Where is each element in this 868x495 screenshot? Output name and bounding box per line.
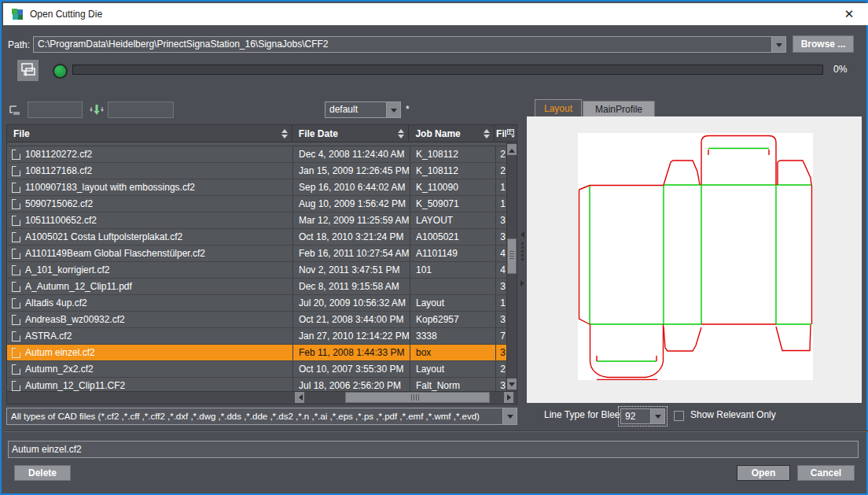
job-name: K_110090 [410, 179, 496, 195]
preset-value: default [326, 102, 386, 117]
open-cutting-die-dialog: Open Cutting Die ✕ Path: C:\ProgramData\… [0, 0, 868, 495]
path-dropdown-icon[interactable] [771, 37, 785, 52]
table-row[interactable]: A1005021 Costa Luftpolsterplakat.cf2 Oct… [7, 229, 508, 246]
scroll-right-icon[interactable] [504, 392, 513, 403]
vertical-scroll-thumb[interactable] [507, 238, 517, 274]
table-header: File File Date Job Name Fil [7, 125, 517, 142]
file-icon [12, 216, 20, 226]
job-name: Kop62957 [410, 312, 496, 327]
title-bar: Open Cutting Die ✕ [3, 3, 868, 25]
file-date: Jul 20, 2009 10:56:32 AM [293, 295, 410, 311]
status-led-icon [53, 64, 68, 79]
scroll-left-icon[interactable] [295, 392, 304, 403]
job-name: K_108112 [410, 163, 496, 179]
column-header-files[interactable]: Fil [495, 125, 506, 142]
panel-splitter[interactable] [518, 124, 527, 404]
bleed-dropdown-icon[interactable] [650, 409, 664, 423]
table-row[interactable]: 10511100652.cf2 Mar 12, 2009 11:25:59 AM… [7, 212, 508, 229]
job-name: 101 [410, 262, 496, 278]
table-row[interactable]: 1100907183_layout with embossings.cf2 Se… [7, 179, 508, 196]
file-icon [12, 381, 20, 391]
table-row[interactable]: 5090715062.cf2 Aug 10, 2009 1:56:42 PM K… [7, 196, 508, 212]
file-icon [12, 199, 20, 209]
file-date: Jul 18, 2006 2:56:20 PM [293, 378, 410, 391]
file-name: Autumn_12_Clip11.CF2 [25, 378, 125, 391]
file-icon [12, 183, 20, 193]
collapse-right-icon[interactable] [520, 280, 524, 286]
file-icon [12, 232, 20, 242]
file-date: Dec 8, 2011 9:15:58 AM [293, 279, 410, 294]
path-combobox[interactable]: C:\ProgramData\Heidelberg\PrinectSignaSt… [33, 36, 786, 53]
table-row[interactable]: A_Autumn_12_Clip11.pdf Dec 8, 2011 9:15:… [7, 279, 508, 295]
file-date: Oct 18, 2010 3:21:24 PM [293, 229, 410, 245]
table-row[interactable]: Autum einzel.cf2 Feb 11, 2008 1:44:33 PM… [7, 345, 508, 361]
job-name [410, 279, 496, 294]
tab-mainprofile[interactable]: MainProfile [583, 101, 655, 116]
file-date: Oct 21, 2008 3:44:00 PM [293, 312, 410, 327]
table-row[interactable]: AndreasB_wz00932.cf2 Oct 21, 2008 3:44:0… [7, 312, 508, 328]
divider [3, 430, 868, 432]
file-filter-input[interactable] [28, 102, 83, 118]
table-row[interactable]: ASTRA.cf2 Jan 27, 2010 12:14:22 PM 3338 … [7, 328, 508, 345]
bleed-bar: Line Type for Bleed: 92 Show Relevant On… [527, 403, 862, 430]
column-header-file[interactable]: File [7, 125, 292, 142]
path-value: C:\ProgramData\Heidelberg\PrinectSignaSt… [34, 37, 771, 52]
sort-filter-input[interactable] [108, 102, 174, 118]
table-row[interactable]: A1101149Beam Global Flaschenstülper.cf2 … [7, 246, 508, 262]
file-icon [12, 150, 20, 160]
monitor-sync-icon [17, 60, 39, 81]
scroll-up-icon[interactable] [507, 144, 517, 155]
column-header-file-date[interactable]: File Date [292, 125, 410, 142]
progress-bar [72, 65, 823, 75]
browse-button[interactable]: Browse ... [793, 35, 854, 53]
file-date: Aug 10, 2009 1:56:42 PM [293, 196, 410, 212]
file-table: File File Date Job Name Fil [6, 124, 517, 404]
file-name: 1081120272.cf2 [25, 146, 92, 162]
open-button[interactable]: Open [737, 465, 790, 481]
bleed-combobox[interactable]: 92 [620, 408, 665, 424]
file-date: Sep 16, 2010 6:44:02 AM [293, 179, 410, 195]
show-relevant-checkbox[interactable] [674, 411, 684, 421]
sort-icons[interactable] [484, 129, 492, 139]
file-icon [12, 315, 20, 325]
splitter-grip[interactable] [521, 242, 524, 260]
dieline-canvas [578, 133, 813, 380]
table-row[interactable]: Altadis 4up.cf2 Jul 20, 2009 10:56:32 AM… [7, 295, 508, 312]
job-name: Layout [410, 295, 496, 311]
job-name: 3338 [410, 328, 496, 344]
preview-toggle-button[interactable] [17, 60, 39, 81]
preset-dropdown-icon[interactable] [386, 102, 400, 117]
table-row[interactable]: 1081120272.cf2 Dec 4, 2008 11:24:40 AM K… [7, 146, 508, 163]
scroll-down-icon[interactable] [507, 379, 517, 390]
path-label: Path: [8, 37, 30, 54]
close-icon[interactable]: ✕ [838, 3, 860, 25]
file-date: Feb 16, 2011 10:27:54 AM [293, 246, 410, 261]
tab-layout[interactable]: Layout [535, 99, 582, 116]
file-name: Autum einzel.cf2 [25, 345, 95, 360]
horizontal-scroll-thumb[interactable] [345, 392, 490, 403]
table-row[interactable]: A_101_korrigiert.cf2 Nov 2, 2011 3:47:51… [7, 262, 508, 279]
app-icon [11, 8, 24, 20]
table-row[interactable]: Autumn_12_Clip11.CF2 Jul 18, 2006 2:56:2… [7, 378, 508, 391]
collapse-left-icon[interactable] [520, 231, 524, 238]
sort-icons[interactable] [398, 129, 406, 139]
file-name: 10511100652.cf2 [25, 212, 97, 228]
dieline-drawing [578, 133, 813, 380]
file-type-combobox[interactable]: All types of CAD files (*.cf2 ,*.cff ,*.… [6, 408, 517, 425]
delete-button[interactable]: Delete [14, 465, 71, 481]
file-type-dropdown-icon[interactable] [502, 408, 517, 424]
table-horizontal-scrollbar[interactable] [7, 391, 517, 404]
sort-icons[interactable] [281, 129, 290, 139]
preset-combobox[interactable]: default [325, 102, 401, 118]
file-name: A_Autumn_12_Clip11.pdf [25, 279, 132, 294]
file-name: 5090715062.cf2 [25, 196, 93, 212]
table-vertical-scrollbar[interactable] [506, 142, 517, 391]
table-row[interactable]: 1081127168.cf2 Jan 15, 2009 12:26:45 PM … [7, 163, 508, 179]
cancel-button[interactable]: Cancel [797, 465, 855, 481]
column-header-job-name[interactable]: Job Name [409, 125, 495, 142]
column-picker-button[interactable] [506, 125, 517, 142]
file-icon [12, 331, 20, 342]
table-row[interactable]: Autumn_2x2.cf2 Oct 10, 2007 3:55:30 PM L… [7, 361, 508, 378]
filename-input[interactable]: Autum einzel.cf2 [8, 441, 859, 458]
file-date: Jan 27, 2010 12:14:22 PM [293, 328, 410, 344]
